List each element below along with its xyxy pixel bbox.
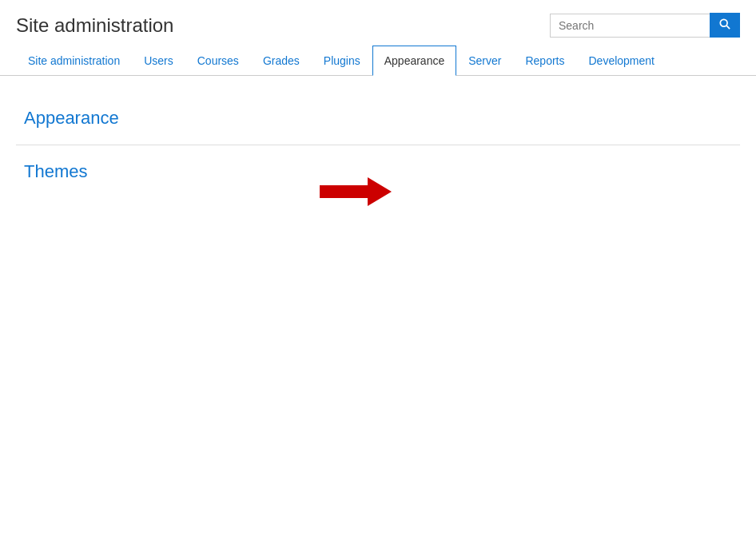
svg-point-0 [720, 19, 727, 26]
tab-plugins[interactable]: Plugins [312, 46, 372, 76]
svg-line-1 [726, 26, 730, 29]
tab-grades[interactable]: Grades [251, 46, 312, 76]
svg-marker-2 [320, 177, 392, 206]
red-arrow-icon [320, 177, 392, 206]
tab-development[interactable]: Development [577, 46, 667, 76]
nav-tabs: Site administrationUsersCoursesGradesPlu… [0, 46, 756, 76]
search-icon [719, 18, 730, 30]
page-header: Site administration [0, 0, 756, 46]
tab-users[interactable]: Users [132, 46, 185, 76]
arrow-container [320, 177, 392, 206]
search-input[interactable] [550, 14, 710, 38]
tab-site-admin[interactable]: Site administration [16, 46, 132, 76]
main-content: Appearance Themes [0, 76, 756, 238]
themes-section-label: Themes [16, 161, 192, 182]
appearance-section: Appearance [16, 92, 740, 145]
appearance-section-label: Appearance [16, 108, 192, 129]
tab-server[interactable]: Server [456, 46, 513, 76]
tab-reports[interactable]: Reports [513, 46, 576, 76]
page-title: Site administration [16, 14, 173, 37]
tab-appearance[interactable]: Appearance [372, 46, 457, 76]
themes-section: Themes [16, 145, 740, 222]
tab-courses[interactable]: Courses [185, 46, 251, 76]
search-box [550, 13, 740, 38]
search-button[interactable] [710, 13, 740, 38]
